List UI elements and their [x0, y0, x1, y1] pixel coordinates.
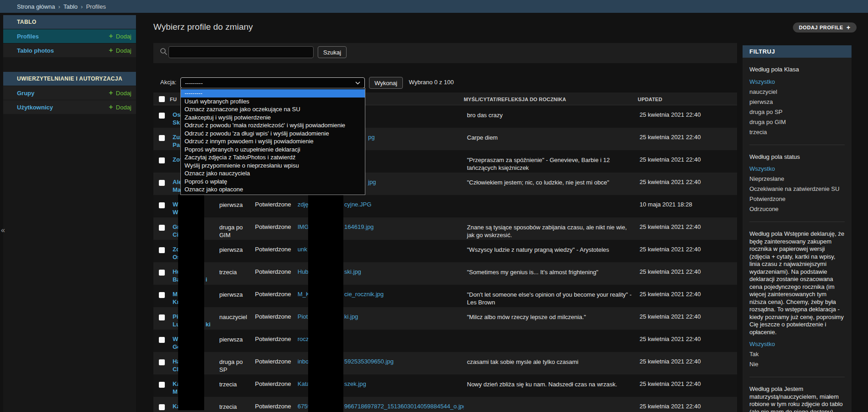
updated-cell: 25 kwietnia 2021 22:40	[638, 330, 737, 352]
row-checkbox[interactable]	[159, 270, 165, 276]
breadcrumb: Strona główna›Tablo›Profiles	[0, 0, 868, 13]
plus-icon: ＋	[108, 103, 114, 111]
row-checkbox[interactable]	[159, 247, 165, 253]
status-cell: Potwierdzone	[253, 330, 296, 352]
plus-icon: +	[846, 24, 851, 31]
add-link[interactable]: ＋ Dodaj	[108, 89, 131, 97]
row-checkbox[interactable]	[159, 382, 165, 388]
sidebar-module: TABLO Profiles ＋ Dodaj Tablo photos ＋ Do…	[3, 15, 136, 57]
klasa-cell: trzecia	[218, 374, 253, 397]
row-checkbox[interactable]	[159, 359, 165, 365]
sidebar-item-label[interactable]: Grupy	[17, 90, 34, 97]
page-title: Wybierz profile do zmiany	[153, 22, 253, 32]
action-dropdown-option[interactable]: Zaakceptuj i wyślij potwierdzenie	[181, 114, 365, 122]
breadcrumb-item[interactable]: Strona główna	[17, 3, 55, 10]
klasa-cell: pierwsza	[218, 240, 253, 262]
action-dropdown-option[interactable]: Oznacz jako nauczyciela	[181, 169, 365, 178]
breadcrumb-item[interactable]: Tablo	[63, 3, 77, 10]
filter-option[interactable]: pierwsza	[749, 97, 845, 107]
search-input[interactable]	[168, 46, 314, 58]
filter-option[interactable]: Nie	[749, 359, 845, 369]
filter-option[interactable]: Wszystko	[749, 339, 845, 349]
updated-cell: 25 kwietnia 2021 22:40	[638, 285, 737, 307]
sidebar-item-label[interactable]: Profiles	[17, 33, 39, 40]
action-dropdown-option[interactable]: Wyślij przypomnienie o nieprzesłaniu wpi…	[181, 162, 365, 170]
filter-groups: Według pola Klasa Wszystkonauczycielpier…	[743, 58, 852, 412]
column-header-quote[interactable]: MYŚL/CYTAT/REFLEKSJA DO ROCZNIKA	[464, 92, 638, 105]
sidebar-item[interactable]: Grupy ＋ Dodaj	[3, 86, 136, 100]
action-dropdown-option[interactable]: ---------	[181, 89, 365, 98]
quote-cell: "Przepraszam za spóźnienie" - Genevieve,…	[464, 150, 638, 173]
row-checkbox[interactable]	[159, 337, 165, 343]
action-dropdown-option[interactable]: Poproś wybranych o uzupełnienie deklarac…	[181, 146, 365, 154]
sidebar-item[interactable]: Profiles ＋ Dodaj	[3, 29, 136, 43]
filter-option[interactable]: Wszystko	[749, 77, 845, 87]
sidebar-sections: TABLO Profiles ＋ Dodaj Tablo photos ＋ Do…	[3, 15, 136, 114]
status-cell: Potwierdzone	[253, 374, 296, 397]
action-dropdown-option[interactable]: Odrzuć z powodu 'mała rozdzielczość' i w…	[181, 121, 365, 130]
action-dropdown-option[interactable]: Usuń wybranych profiles	[181, 98, 365, 106]
row-checkbox[interactable]	[159, 135, 165, 141]
row-checkbox[interactable]	[159, 404, 165, 410]
add-link[interactable]: ＋ Dodaj	[108, 32, 131, 40]
filter-option[interactable]: Odrzucone	[749, 204, 845, 214]
sidebar: TABLO Profiles ＋ Dodaj Tablo photos ＋ Do…	[3, 15, 136, 412]
action-dropdown-option[interactable]: Oznacz zaznaczone jako oczekujące na SU	[181, 105, 365, 114]
status-cell: Potwierdzone	[253, 397, 296, 412]
table-row: Hu Bai trzecia Potwierdzone Hubski.jpg "…	[153, 262, 737, 285]
row-checkbox[interactable]	[159, 292, 165, 298]
quote-cell: Znane są tysiące sposobów zabijania czas…	[464, 217, 638, 240]
table-row: Pi Luki nauczyciel Potwierdzone Piotki.j…	[153, 307, 737, 330]
filter-option[interactable]: Nieprzesłane	[749, 174, 845, 184]
table-row: W W pierwsza Potwierdzone zdjęcyjne.JPG …	[153, 195, 737, 217]
filter-option[interactable]: Potwierdzone	[749, 194, 845, 204]
filter-option[interactable]: druga po SP	[749, 107, 845, 117]
sidebar-item[interactable]: Tablo photos ＋ Dodaj	[3, 43, 136, 57]
add-link-label: Dodaj	[116, 47, 131, 54]
action-select[interactable]: ---------	[180, 77, 365, 88]
action-dropdown-option[interactable]: Zaczytaj zdjęcia z TabloPhotos i zatwier…	[181, 153, 365, 162]
table-row: Ka M trzecia Potwierdzone Kataszek.jpg N…	[153, 374, 737, 397]
quote-cell: "Człowiekiem jestem; nic, co ludzkie, ni…	[464, 173, 638, 195]
add-profile-label: DODAJ PROFILE	[799, 25, 843, 30]
sidebar-item[interactable]: Użytkownicy ＋ Dodaj	[3, 100, 136, 114]
row-checkbox[interactable]	[159, 180, 165, 186]
select-all-checkbox[interactable]	[159, 96, 165, 102]
row-checkbox[interactable]	[159, 202, 165, 208]
sidebar-module-caption: UWIERZYTELNIANIE I AUTORYZACJA	[3, 72, 136, 86]
column-header-updated[interactable]: UPDATED	[638, 92, 737, 105]
sidebar-item-label[interactable]: Tablo photos	[17, 47, 54, 54]
action-dropdown-option[interactable]: Odrzuć z innym powodem i wyślij powiadom…	[181, 137, 365, 146]
filter-option[interactable]: Tak	[749, 349, 845, 359]
add-link[interactable]: ＋ Dodaj	[108, 103, 131, 111]
updated-cell: 25 kwietnia 2021 22:40	[638, 307, 737, 330]
filter-option[interactable]: nauczyciel	[749, 87, 845, 97]
row-checkbox[interactable]	[159, 157, 165, 163]
row-checkbox[interactable]	[159, 113, 165, 119]
filter-option[interactable]: druga po GIM	[749, 117, 845, 127]
add-link-label: Dodaj	[116, 33, 131, 40]
status-cell: Potwierdzone	[253, 240, 296, 262]
filter-option[interactable]: Wszystko	[749, 164, 845, 174]
quote-cell: bro das crazy	[464, 105, 638, 128]
add-profile-button[interactable]: DODAJ PROFILE +	[793, 22, 857, 33]
action-dropdown-option[interactable]: Poproś o wpłatę	[181, 178, 365, 186]
plus-icon: ＋	[108, 89, 114, 97]
klasa-cell: pierwsza	[218, 195, 253, 217]
row-checkbox[interactable]	[159, 225, 165, 231]
row-checkbox[interactable]	[159, 314, 165, 320]
updated-cell: 25 kwietnia 2021 22:40	[638, 374, 737, 397]
updated-cell: 25 kwietnia 2021 22:40	[638, 397, 737, 412]
filter-option[interactable]: Oczekiwanie na zatwierdzenie SU	[749, 184, 845, 194]
action-dropdown-option[interactable]: Oznacz jako opłacone	[181, 185, 365, 194]
execute-button[interactable]: Wykonaj	[369, 77, 403, 89]
quote-cell	[464, 397, 638, 412]
search-button[interactable]: Szukaj	[318, 46, 347, 58]
add-link[interactable]: ＋ Dodaj	[108, 46, 131, 54]
action-dropdown-option[interactable]: Odrzuć z powodu 'za długi wpis' i wyślij…	[181, 130, 365, 138]
action-dropdown: ---------Usuń wybranych profilesOznacz z…	[180, 88, 365, 195]
filter-group: Według pola Jestem maturzystą/nauczyciel…	[749, 377, 845, 412]
sidebar-toggle-icon[interactable]: «	[1, 226, 5, 234]
sidebar-item-label[interactable]: Użytkownicy	[17, 104, 53, 111]
filter-option[interactable]: trzecia	[749, 127, 845, 137]
